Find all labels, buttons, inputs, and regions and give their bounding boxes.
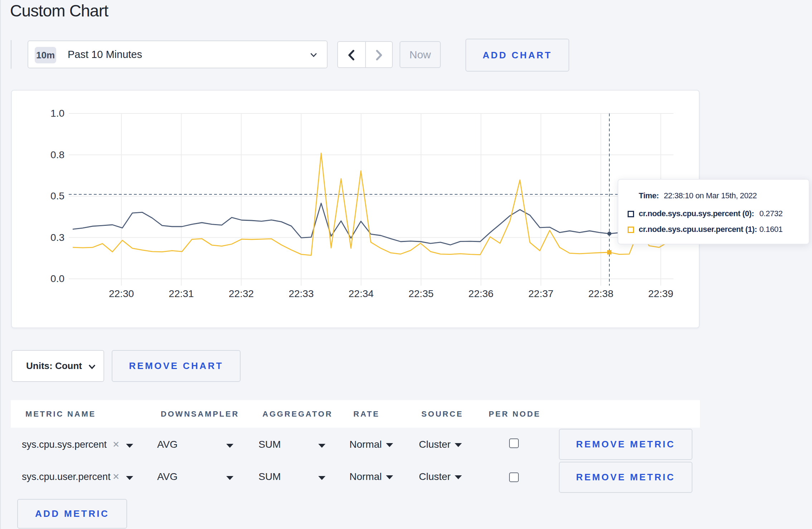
svg-text:22:36: 22:36 (468, 288, 493, 299)
svg-text:22:32: 22:32 (229, 288, 254, 299)
svg-text:22:37: 22:37 (528, 288, 554, 299)
svg-text:0.0: 0.0 (50, 273, 64, 284)
svg-text:22:31: 22:31 (169, 288, 194, 299)
svg-text:22:35: 22:35 (409, 288, 434, 299)
svg-text:22:38: 22:38 (588, 288, 613, 299)
svg-text:0.3: 0.3 (50, 232, 64, 243)
svg-text:22:34: 22:34 (349, 288, 374, 299)
svg-text:0.5: 0.5 (50, 190, 64, 202)
svg-text:22:30: 22:30 (109, 288, 134, 299)
svg-text:22:39: 22:39 (648, 288, 673, 299)
svg-text:0.8: 0.8 (50, 149, 64, 160)
svg-text:22:33: 22:33 (289, 288, 314, 299)
svg-text:1.0: 1.0 (50, 108, 64, 119)
